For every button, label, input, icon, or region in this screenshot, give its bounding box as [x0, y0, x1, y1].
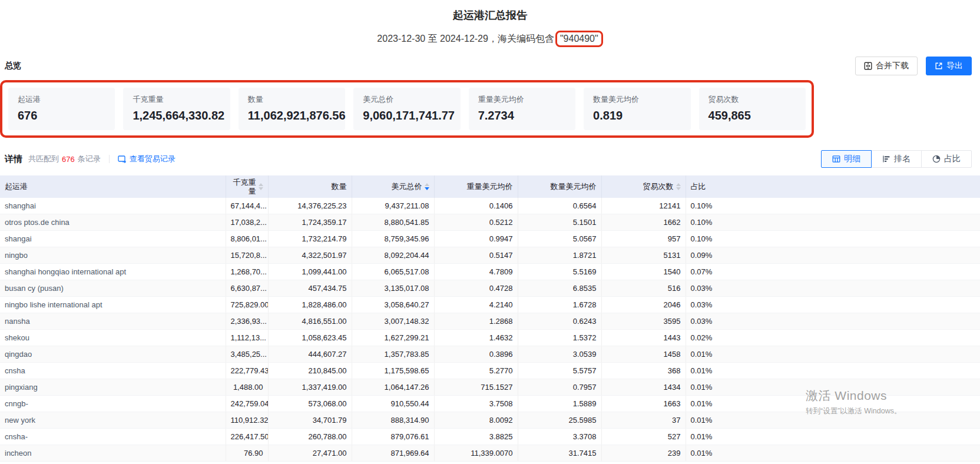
table-cell: 444,607.27	[268, 346, 352, 363]
summary-card: 重量美元均价7.2734	[469, 88, 575, 130]
table-cell: 1443	[601, 330, 686, 346]
table-cell: 3.7508	[434, 396, 518, 412]
summary-card-label: 千克重量	[133, 94, 220, 105]
table-cell: 527	[601, 429, 686, 445]
table-cell: cnngb-	[0, 396, 226, 412]
table-cell: 0.10%	[686, 198, 980, 214]
table-row: ningbo15,720,8...4,322,501.978,092,204.4…	[0, 247, 980, 264]
col-header-usd-per-qty: 数量美元均价	[518, 175, 601, 198]
table-cell: 76.90	[226, 445, 268, 462]
table-cell: qingdao	[0, 346, 226, 363]
table-cell: shangai	[0, 231, 226, 247]
col-header-label: 起运港	[5, 182, 28, 191]
table-cell: 0.01%	[686, 346, 980, 363]
table-cell: 1.5372	[518, 330, 601, 346]
table-cell: 0.3896	[434, 346, 518, 363]
table-cell: 260,788.00	[268, 429, 352, 445]
detail-bar: 详情 共匹配到 676 条记录 查看贸易记录 明细 排名	[0, 150, 980, 168]
match-suffix: 条记录	[78, 154, 101, 164]
sort-icon-desc-active[interactable]	[425, 183, 429, 190]
table-cell: 0.10%	[686, 231, 980, 247]
table-cell: new york	[0, 412, 226, 429]
table-cell: 1.2868	[434, 313, 518, 330]
table-cell: 14,376,225.23	[268, 198, 352, 214]
col-header-trade-count[interactable]: 贸易次数	[601, 175, 686, 198]
table-row: nansha2,336,93...4,816,551.003,007,148.3…	[0, 313, 980, 330]
tab-detail-label: 明细	[844, 154, 860, 164]
table-row: cnsha222,779.43210,845.001,175,598.655.2…	[0, 363, 980, 379]
table-cell: 1,724,359.17	[268, 214, 352, 231]
table-cell: 0.02%	[686, 330, 980, 346]
table-cell: 0.5212	[434, 214, 518, 231]
merge-download-button[interactable]: 合并下载	[855, 57, 918, 75]
ranking-icon	[882, 155, 890, 163]
detail-left: 详情 共匹配到 676 条记录 查看贸易记录	[5, 154, 176, 165]
overview-section-label: 总览	[5, 61, 21, 71]
table-cell: 3,485,25...	[226, 346, 268, 363]
table-cell: 12141	[601, 198, 686, 214]
merge-download-icon	[864, 62, 872, 70]
summary-card: 千克重量1,245,664,330.82	[123, 88, 230, 130]
tab-ranking[interactable]: 排名	[871, 150, 922, 168]
table-cell: 8.0092	[434, 412, 518, 429]
col-header-kg-weight[interactable]: 千克重量	[226, 175, 268, 198]
table-cell: 3.3708	[518, 429, 601, 445]
table-cell: nansha	[0, 313, 226, 330]
table-cell: 5.2770	[434, 363, 518, 379]
table-cell: 368	[601, 363, 686, 379]
summary-card: 起运港676	[8, 88, 115, 130]
annotation-box-summary: 起运港676千克重量1,245,664,330.82数量11,062,921,8…	[0, 80, 814, 138]
table-cell: 5.5757	[518, 363, 601, 379]
table-cell: cnsha	[0, 363, 226, 379]
table-cell: 0.1406	[434, 198, 518, 214]
table-cell: 239	[601, 445, 686, 462]
table-cell: 1,337,419.00	[268, 379, 352, 396]
table-cell: 0.01%	[686, 429, 980, 445]
table-cell: ningbo	[0, 247, 226, 264]
tab-ranking-label: 排名	[894, 154, 911, 164]
table-row: busan cy (pusan)6,630,87...457,434.753,1…	[0, 280, 980, 297]
sort-icon[interactable]	[259, 183, 263, 190]
table-cell: 6,065,517.08	[352, 264, 434, 280]
match-prefix: 共匹配到	[28, 154, 59, 164]
col-header-label: 重量美元均价	[467, 182, 513, 191]
col-header-label: 数量美元均价	[551, 182, 597, 191]
summary-card-label: 起运港	[18, 94, 105, 105]
export-icon	[935, 62, 943, 70]
table-icon	[832, 155, 840, 163]
table-cell: 15,720,8...	[226, 247, 268, 264]
tab-share[interactable]: 占比	[921, 150, 972, 168]
table-cell: 1663	[601, 396, 686, 412]
table-cell: 3,135,017.08	[352, 280, 434, 297]
table-cell: 0.07%	[686, 264, 980, 280]
table-cell: 0.7957	[518, 379, 601, 396]
table-cell: 31.7415	[518, 445, 601, 462]
watermark-line2: 转到“设置”以激活 Windows。	[806, 406, 902, 416]
table-cell: 1662	[601, 214, 686, 231]
ports-table: 起运港 千克重量 数量 美元总价 重量美元均价 数量美元均价 贸易次数 占比 s…	[0, 175, 980, 462]
table-cell: 1.8721	[518, 247, 601, 264]
tab-detail[interactable]: 明细	[821, 150, 872, 168]
table-cell: 957	[601, 231, 686, 247]
table-row: shangai8,806,01...1,732,214.798,759,345.…	[0, 231, 980, 247]
table-cell: 1434	[601, 379, 686, 396]
summary-card-value: 0.819	[593, 109, 681, 122]
view-trade-records-link[interactable]: 查看贸易记录	[118, 154, 176, 164]
summary-card-label: 美元总价	[363, 94, 451, 105]
table-cell: 222,779.43	[226, 363, 268, 379]
sort-icon[interactable]	[676, 183, 681, 190]
table-cell: 34,701.79	[268, 412, 352, 429]
table-cell: 8,759,345.96	[352, 231, 434, 247]
overview-actions: 合并下载 导出	[855, 57, 972, 75]
export-button[interactable]: 导出	[926, 57, 972, 75]
table-row: cnsha-226,417.50260,788.00879,076.613.88…	[0, 429, 980, 445]
col-header-usd-total[interactable]: 美元总价	[352, 175, 434, 198]
table-cell: 0.9947	[434, 231, 518, 247]
table-row: shekou1,112,13...1,058,623.451,627,299.2…	[0, 330, 980, 346]
table-cell: 3.0539	[518, 346, 601, 363]
table-cell: 67,144,4...	[226, 198, 268, 214]
divider	[109, 155, 110, 163]
summary-card: 数量11,062,921,876.56	[239, 88, 345, 130]
table-cell: 0.01%	[686, 363, 980, 379]
table-cell: shekou	[0, 330, 226, 346]
